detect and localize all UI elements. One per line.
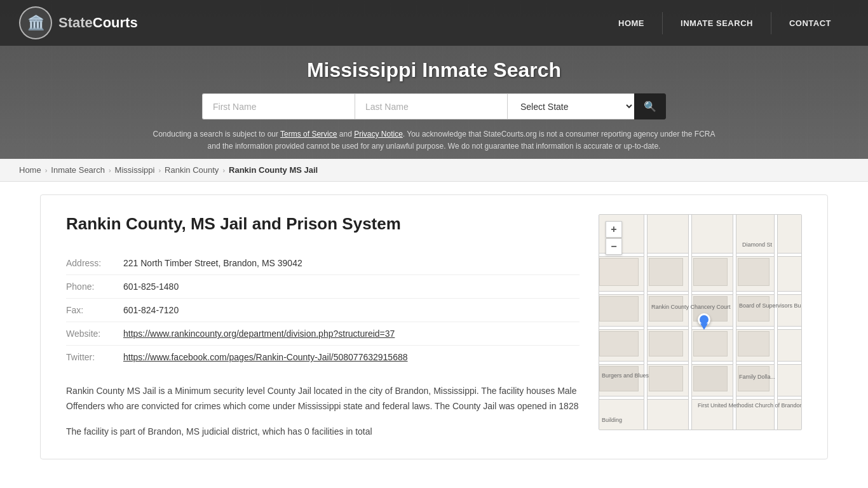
terms-link[interactable]: Terms of Service bbox=[280, 130, 337, 139]
nav-home[interactable]: HOME bbox=[600, 12, 662, 34]
main-nav: HOME INMATE SEARCH CONTACT bbox=[600, 12, 849, 34]
breadcrumb-sep-3: › bbox=[158, 166, 161, 174]
breadcrumb-sep-2: › bbox=[109, 166, 111, 174]
twitter-value: https://www.facebook.com/pages/Rankin-Co… bbox=[123, 346, 580, 369]
search-icon: 🔍 bbox=[644, 100, 656, 112]
breadcrumb-current: Rankin County MS Jail bbox=[229, 165, 318, 175]
search-button[interactable]: 🔍 bbox=[634, 93, 666, 119]
search-form: Select State Alabama Alaska Arizona Miss… bbox=[0, 93, 868, 119]
page-title: Mississippi Inmate Search bbox=[0, 58, 868, 82]
description-1: Rankin County MS Jail is a Minimum secur… bbox=[66, 384, 580, 414]
map-label-family: Family Dolla... bbox=[739, 374, 775, 380]
breadcrumb-sep-1: › bbox=[45, 166, 48, 174]
map-container: Diamond St Rankin County Chancery Court … bbox=[599, 214, 802, 430]
description-2: The facility is part of Brandon, MS judi… bbox=[66, 424, 580, 440]
website-label: Website: bbox=[66, 322, 123, 346]
map-label-rankin: Rankin County Chancery Court bbox=[651, 304, 683, 311]
breadcrumb-county[interactable]: Rankin County bbox=[165, 165, 219, 175]
map-label-diamond: Diamond St bbox=[742, 241, 772, 248]
breadcrumb: Home › Inmate Search › Mississippi › Ran… bbox=[0, 159, 868, 182]
disclaimer-text: Conducting a search is subject to our Te… bbox=[148, 128, 720, 152]
state-select[interactable]: Select State Alabama Alaska Arizona Miss… bbox=[507, 93, 634, 119]
site-logo[interactable]: 🏛️ StateCourts bbox=[19, 6, 138, 39]
map-label-building: Building bbox=[602, 417, 622, 423]
table-row: Twitter: https://www.facebook.com/pages/… bbox=[66, 346, 580, 369]
table-row: Phone: 601-825-1480 bbox=[66, 275, 580, 299]
logo-text: StateCourts bbox=[58, 15, 138, 31]
fax-value: 601-824-7120 bbox=[123, 299, 580, 322]
map-controls: + − bbox=[606, 221, 622, 255]
nav-contact[interactable]: CONTACT bbox=[771, 12, 849, 34]
twitter-link[interactable]: https://www.facebook.com/pages/Rankin-Co… bbox=[123, 352, 408, 362]
logo-icon: 🏛️ bbox=[19, 6, 52, 39]
privacy-link[interactable]: Privacy Notice bbox=[354, 130, 403, 139]
content-left: Rankin County, MS Jail and Prison System… bbox=[66, 214, 580, 439]
breadcrumb-state[interactable]: Mississippi bbox=[115, 165, 155, 175]
map-pin bbox=[698, 313, 710, 330]
table-row: Fax: 601-824-7120 bbox=[66, 299, 580, 322]
content-right: Diamond St Rankin County Chancery Court … bbox=[599, 214, 802, 439]
map-label-burgers: Burgers and Blues bbox=[602, 372, 649, 379]
map-label-church: First United Methodist Church of Brandon bbox=[698, 402, 742, 410]
last-name-input[interactable] bbox=[355, 93, 507, 119]
table-row: Address: 221 North Timber Street, Brando… bbox=[66, 252, 580, 275]
nav-inmate-search[interactable]: INMATE SEARCH bbox=[662, 12, 771, 34]
breadcrumb-sep-4: › bbox=[222, 166, 225, 174]
breadcrumb-home[interactable]: Home bbox=[19, 165, 41, 175]
address-value: 221 North Timber Street, Brandon, MS 390… bbox=[123, 252, 580, 275]
breadcrumb-inmate-search[interactable]: Inmate Search bbox=[51, 165, 105, 175]
zoom-out-button[interactable]: − bbox=[606, 238, 622, 255]
content-card: Rankin County, MS Jail and Prison System… bbox=[40, 194, 828, 459]
map-label-board: Board of Supervisors Building bbox=[739, 302, 783, 310]
facility-info-table: Address: 221 North Timber Street, Brando… bbox=[66, 252, 580, 369]
zoom-in-button[interactable]: + bbox=[606, 221, 622, 238]
phone-value: 601-825-1480 bbox=[123, 275, 580, 299]
phone-label: Phone: bbox=[66, 275, 123, 299]
twitter-label: Twitter: bbox=[66, 346, 123, 369]
website-value: https://www.rankincounty.org/department/… bbox=[123, 322, 580, 346]
table-row: Website: https://www.rankincounty.org/de… bbox=[66, 322, 580, 346]
fax-label: Fax: bbox=[66, 299, 123, 322]
address-label: Address: bbox=[66, 252, 123, 275]
facility-heading: Rankin County, MS Jail and Prison System bbox=[66, 214, 580, 234]
website-link[interactable]: https://www.rankincounty.org/department/… bbox=[123, 329, 395, 339]
first-name-input[interactable] bbox=[202, 93, 355, 119]
